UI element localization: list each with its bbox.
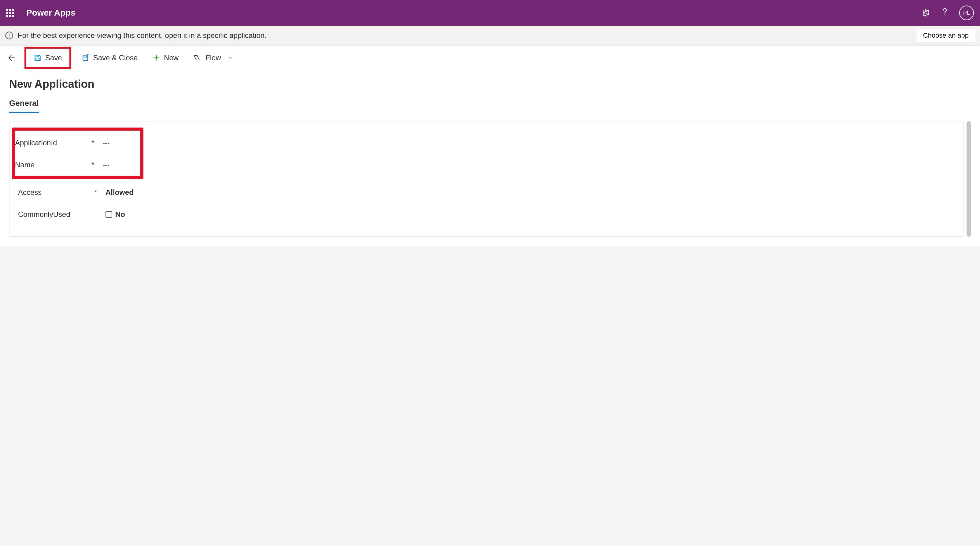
svg-rect-7	[84, 56, 86, 57]
field-label: ApplicationId	[15, 138, 91, 147]
field-row-commonlyused: CommonlyUsed No	[18, 204, 955, 225]
save-close-label: Save & Close	[93, 54, 138, 62]
new-label: New	[164, 54, 178, 62]
save-button[interactable]: Save	[30, 52, 65, 64]
fields-highlight-annotation: ApplicationId * --- Name * ---	[12, 127, 143, 179]
flow-button[interactable]: Flow	[190, 52, 237, 64]
flow-label: Flow	[205, 54, 221, 62]
field-value-name[interactable]: ---	[102, 161, 110, 169]
svg-point-4	[9, 37, 10, 38]
command-bar: Save Save & Close New Flow	[0, 46, 980, 70]
svg-rect-5	[36, 55, 39, 57]
back-button[interactable]	[6, 52, 17, 63]
tab-general[interactable]: General	[9, 99, 39, 113]
main-content: New Application General ApplicationId * …	[0, 70, 980, 246]
tab-strip: General	[9, 99, 971, 113]
save-and-close-button[interactable]: Save & Close	[79, 52, 141, 64]
chevron-down-icon	[228, 55, 234, 61]
svg-rect-6	[36, 58, 40, 60]
field-value-access[interactable]: Allowed	[105, 188, 134, 197]
choose-app-button[interactable]: Choose an app	[917, 29, 975, 42]
field-label: CommonlyUsed	[18, 210, 94, 219]
field-row-access: Access * Allowed	[18, 181, 955, 204]
form-card: ApplicationId * --- Name * --- Access * …	[9, 121, 964, 237]
info-bar: For the best experience viewing this con…	[0, 26, 980, 46]
info-icon	[5, 31, 13, 40]
field-row-name: Name * ---	[15, 154, 135, 176]
field-row-applicationid: ApplicationId * ---	[15, 132, 135, 154]
svg-point-0	[925, 12, 927, 14]
page-title: New Application	[9, 78, 971, 91]
field-label: Name	[15, 161, 91, 169]
required-marker: *	[94, 188, 105, 196]
waffle-menu-icon[interactable]	[6, 9, 14, 17]
user-avatar[interactable]: PL	[959, 5, 974, 20]
info-message: For the best experience viewing this con…	[18, 31, 917, 40]
field-value-applicationid[interactable]: ---	[102, 138, 110, 147]
app-header: Power Apps PL	[0, 0, 980, 26]
field-value-commonlyused[interactable]: No	[105, 210, 125, 219]
commonlyused-value-text: No	[115, 210, 125, 219]
app-title: Power Apps	[26, 8, 921, 18]
save-label: Save	[45, 54, 62, 62]
save-highlight-annotation: Save	[24, 47, 71, 69]
required-marker: *	[91, 139, 102, 147]
new-button[interactable]: New	[149, 52, 181, 64]
settings-gear-icon[interactable]	[921, 8, 931, 18]
checkbox-unchecked-icon[interactable]	[105, 211, 112, 218]
scrollbar[interactable]	[967, 121, 971, 237]
svg-point-1	[945, 14, 945, 15]
field-label: Access	[18, 188, 94, 197]
help-icon[interactable]	[940, 7, 950, 19]
required-marker: *	[91, 161, 102, 169]
